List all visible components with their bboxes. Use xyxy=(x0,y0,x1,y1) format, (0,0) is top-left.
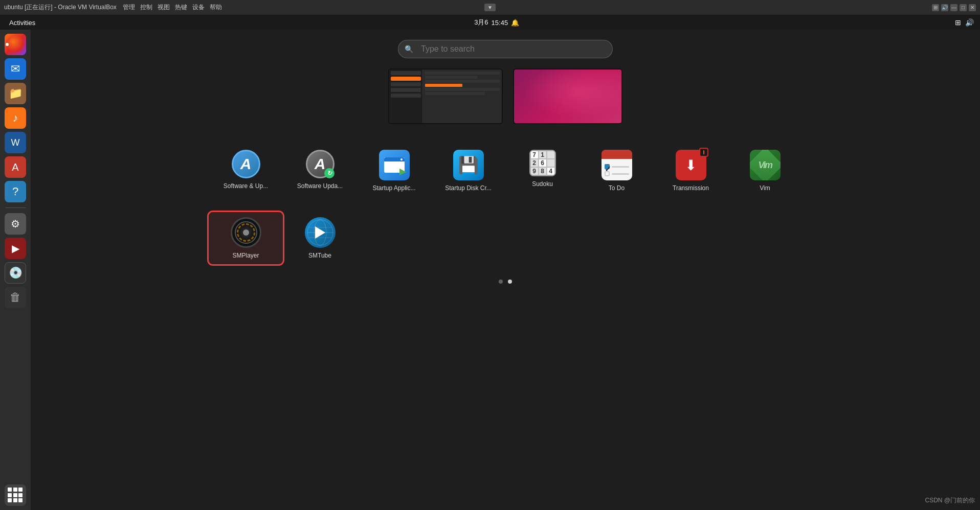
startup-window-dot xyxy=(400,158,403,160)
thumb-vb-row4 xyxy=(425,84,462,87)
todo-check-2 xyxy=(605,171,610,176)
sudoku-cell-5: 6 xyxy=(539,159,547,167)
menu-manage[interactable]: 管理 xyxy=(123,3,135,12)
sudoku-cell-2: 1 xyxy=(539,151,547,159)
startup-arrow-icon: ▶ xyxy=(399,167,406,176)
update-arrow-icon: ↻ xyxy=(324,168,335,178)
title-bar-center: ▼ xyxy=(484,4,496,11)
maximize-button[interactable]: □ xyxy=(960,4,967,11)
app-startup-disk[interactable]: 💾 Startup Disk Cr... xyxy=(431,145,505,197)
menu-control[interactable]: 控制 xyxy=(140,3,152,12)
title-bar-left: ubuntu [正在运行] - Oracle VM VirtualBox 管理 … xyxy=(4,3,222,12)
title-bar-controls: ⊞ 🔊 — □ ✕ xyxy=(932,4,976,11)
network-tray-icon[interactable]: ⊞ xyxy=(955,18,961,27)
thumb-vb-item1 xyxy=(391,71,421,75)
app-transmission[interactable]: ⬇ Transmission xyxy=(654,145,728,197)
todo-row-2 xyxy=(605,171,629,176)
thumb-vb-row3 xyxy=(425,80,500,83)
transmission-arrow-icon: ⬇ xyxy=(685,157,697,174)
app-grid: A Software & Up... A ↻ Software Upda... xyxy=(209,145,802,264)
usb-icon: 💾 xyxy=(458,155,479,175)
todo-line-1 xyxy=(612,166,629,168)
app-row-2: SMPlayer SMTube xyxy=(209,212,357,264)
sudoku-cell-3 xyxy=(547,151,555,159)
collapse-button[interactable]: ▼ xyxy=(484,4,496,11)
minimize-button[interactable]: — xyxy=(950,4,957,11)
sidebar-item-videos[interactable]: ▶ xyxy=(5,238,26,259)
thumb-vb-row5 xyxy=(425,88,500,91)
virtualbox-thumbnail[interactable] xyxy=(388,68,503,124)
sidebar-item-help[interactable]: ? xyxy=(5,181,26,202)
app-startup-applic[interactable]: ▶ Startup Applic... xyxy=(357,145,431,197)
page-dot-2[interactable] xyxy=(508,280,512,284)
sidebar-item-trash[interactable]: 🗑 xyxy=(5,287,26,308)
todo-icon: ✓ xyxy=(602,150,632,180)
menu-bar: 管理 控制 视图 热键 设备 帮助 xyxy=(123,3,222,12)
app-label-smtube: SMTube xyxy=(308,252,331,259)
volume-tray-icon[interactable]: 🔊 xyxy=(965,18,974,27)
app-software-up[interactable]: A Software & Up... xyxy=(209,145,283,197)
menu-help[interactable]: 帮助 xyxy=(210,3,222,12)
sidebar-divider xyxy=(5,207,26,208)
app-label-software-up: Software & Up... xyxy=(224,182,268,190)
close-button[interactable]: ✕ xyxy=(969,4,976,11)
sidebar-item-settings[interactable]: ⚙ xyxy=(5,213,26,235)
sudoku-icon: 7 1 2 6 9 8 4 xyxy=(529,150,556,176)
sidebar-item-dvd[interactable]: 💿 xyxy=(5,262,26,284)
sidebar-item-firefox[interactable] xyxy=(5,34,26,55)
volume-icon[interactable]: 🔊 xyxy=(941,4,948,11)
activities-overlay: 🔍 xyxy=(31,30,980,510)
firefox-icon xyxy=(6,35,25,54)
thumb-vb-row6 xyxy=(425,92,485,95)
smplayer-reel xyxy=(235,221,257,244)
app-vim[interactable]: Vim Vim xyxy=(728,145,802,197)
menu-devices[interactable]: 设备 xyxy=(192,3,205,12)
thumb-vb-main xyxy=(423,69,502,123)
smtube-play-icon xyxy=(315,226,325,239)
sidebar: ✉ 📁 ♪ W A ? ⚙ ▶ 💿 🗑 xyxy=(0,30,31,510)
todo-check-1: ✓ xyxy=(605,164,610,169)
transmission-icon: ⬇ xyxy=(676,150,706,180)
app-smplayer[interactable]: SMPlayer xyxy=(209,212,283,264)
thumb-vb-row1 xyxy=(425,72,500,75)
vim-text: Vim xyxy=(758,160,771,171)
network-icon[interactable]: ⊞ xyxy=(932,4,939,11)
app-label-vim: Vim xyxy=(760,184,770,192)
sidebar-item-appstore[interactable]: A xyxy=(5,156,26,178)
app-software-upda[interactable]: A ↻ Software Upda... xyxy=(283,145,357,197)
app-sudoku[interactable]: 7 1 2 6 9 8 4 Sudoku xyxy=(505,145,580,197)
date-label: 3月6 xyxy=(474,18,488,27)
main-area: ✉ 📁 ♪ W A ? ⚙ ▶ 💿 🗑 🔍 xyxy=(0,30,980,510)
app-label-software-upda: Software Upda... xyxy=(297,182,343,190)
activities-button[interactable]: Activities xyxy=(6,18,38,28)
pagination-dots xyxy=(499,280,512,284)
todo-row-1: ✓ xyxy=(605,164,629,169)
search-input[interactable] xyxy=(417,44,604,54)
sudoku-cell-9: 4 xyxy=(547,167,555,175)
sidebar-item-rhythmbox[interactable]: ♪ xyxy=(5,107,26,129)
todo-line-2 xyxy=(612,173,629,175)
desktop-thumbnail[interactable] xyxy=(513,68,622,124)
software-up-icon: A xyxy=(232,150,260,178)
system-tray: ⊞ 🔊 xyxy=(955,18,974,27)
sudoku-cell-1: 7 xyxy=(530,151,539,159)
search-bar-wrap: 🔍 xyxy=(398,40,613,58)
app-todo[interactable]: ✓ To Do xyxy=(580,145,654,197)
app-label-smplayer: SMPlayer xyxy=(232,252,259,259)
transmission-badge xyxy=(699,148,708,157)
sidebar-item-files[interactable]: 📁 xyxy=(5,83,26,104)
sidebar-item-writer[interactable]: W xyxy=(5,132,26,153)
app-label-transmission: Transmission xyxy=(673,184,709,192)
show-apps-button[interactable] xyxy=(5,484,26,506)
menu-view[interactable]: 视图 xyxy=(158,3,170,12)
thumb-desktop-content xyxy=(514,69,621,123)
page-dot-1[interactable] xyxy=(499,280,503,284)
thumb-vb-inner xyxy=(389,69,502,123)
thumb-vb-item3 xyxy=(391,82,421,86)
sidebar-item-email[interactable]: ✉ xyxy=(5,58,26,80)
vim-icon: Vim xyxy=(750,150,781,180)
app-smtube[interactable]: SMTube xyxy=(283,212,357,264)
menu-hotkeys[interactable]: 热键 xyxy=(175,3,187,12)
thumb-vb-row2 xyxy=(425,76,477,79)
bell-icon[interactable]: 🔔 xyxy=(511,19,519,27)
